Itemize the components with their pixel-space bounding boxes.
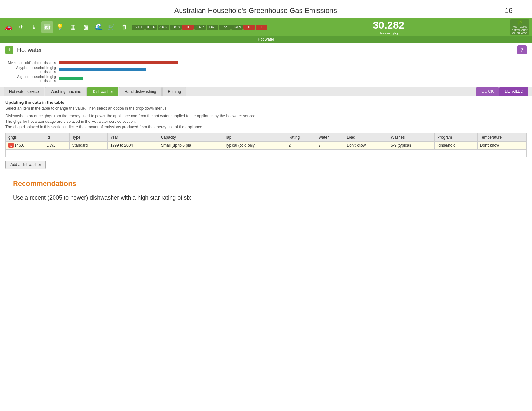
tab-detailed[interactable]: DETAILED (499, 87, 528, 96)
empty-row (6, 150, 527, 157)
emission-label-mine: My household's ghg emissions (5, 61, 59, 64)
num-11[interactable]: 0 (256, 25, 267, 30)
num-4[interactable]: 6.818 (170, 25, 182, 30)
grid2-icon[interactable]: ▩ (80, 21, 92, 33)
tab-hand-dishwashing[interactable]: Hand dishwashing (119, 87, 162, 96)
page-title: Australian Household's Greenhouse Gas Em… (19, 6, 492, 15)
ghg-value: 145.6 (15, 143, 24, 148)
table-header-row: ghgs Id Type Year Capacity Tap Rating Wa… (6, 133, 527, 142)
update-title: Updating the data in the table (5, 100, 527, 105)
update-desc: Select an item in the table to change th… (5, 106, 527, 111)
emission-bar-mine (59, 61, 178, 64)
tab-bathing[interactable]: Bathing (162, 87, 186, 96)
col-rating: Rating (286, 133, 316, 142)
info-text-1: Dishwashers produce ghgs from the energy… (5, 114, 527, 118)
recommendations-section: Recommendations Use a recent (2005 to ne… (0, 173, 532, 208)
emission-row-green: A green household's ghg emissions (5, 75, 527, 83)
tabs-bar: Hot water service Washing machine Dishwa… (0, 87, 532, 96)
delete-button[interactable]: x (8, 143, 14, 148)
hot-icon[interactable]: HOT (41, 21, 53, 33)
cell-water[interactable]: 2 (316, 142, 344, 150)
col-tap: Tap (222, 133, 286, 142)
tonnes-value: 30.282 (373, 19, 404, 31)
content-area: Updating the data in the table Select an… (0, 96, 532, 173)
col-id: Id (44, 133, 69, 142)
col-washes: Washes (388, 133, 435, 142)
recommendations-title: Recommendations (13, 180, 519, 188)
num-7[interactable]: 1.829 (207, 25, 218, 30)
cell-washes[interactable]: 5-9 (typical) (388, 142, 435, 150)
cell-id[interactable]: DW1 (44, 142, 69, 150)
hot-water-section: + Hot water ? My household's ghg emissio… (0, 43, 532, 173)
plane-icon[interactable]: ✈ (15, 21, 27, 33)
hot-water-title: Hot water (17, 47, 517, 54)
info-text-2: The ghgs for hot water usage are display… (5, 119, 527, 124)
cell-temperature[interactable]: Don't know (477, 142, 526, 150)
car-icon[interactable]: 🚗 (3, 21, 14, 33)
tab-quick[interactable]: QUICK (476, 87, 499, 96)
num-1[interactable]: 15.100 (132, 25, 145, 30)
col-load: Load (344, 133, 388, 142)
cell-load[interactable]: Don't know (344, 142, 388, 150)
cell-program[interactable]: Rinse/hold (434, 142, 477, 150)
hot-water-help-button[interactable]: ? (517, 45, 527, 54)
cell-tap[interactable]: Typical (cold only (222, 142, 286, 150)
tab-hot-water-service[interactable]: Hot water service (4, 87, 44, 96)
cell-year[interactable]: 1999 to 2004 (107, 142, 158, 150)
tab-dishwasher[interactable]: Dishwasher (87, 87, 119, 96)
col-water: Water (316, 133, 344, 142)
col-year: Year (107, 133, 158, 142)
hot-water-header: + Hot water ? (0, 43, 532, 57)
num-8[interactable]: 0.721 (219, 25, 231, 30)
emissions-section: My household's ghg emissions A typical h… (0, 57, 532, 87)
add-dishwasher-button[interactable]: Add a dishwasher (5, 161, 46, 169)
emission-bar-typical (59, 68, 146, 71)
cell-type[interactable]: Standard (69, 142, 107, 150)
toolbar-center: 30.282 Tonnes ghg (267, 19, 510, 35)
emission-row-mine: My household's ghg emissions (5, 61, 527, 64)
page-number: 16 (505, 6, 513, 15)
emission-label-typical: A typical household's ghg emissions (5, 66, 59, 73)
emission-bar-green (59, 77, 83, 80)
trash-icon[interactable]: 🗑 (119, 21, 130, 33)
svg-text:HOT: HOT (44, 26, 50, 29)
cell-capacity[interactable]: Small (up to 6 pla (158, 142, 222, 150)
num-9[interactable]: 0.409 (231, 25, 243, 30)
col-ghgs: ghgs (6, 133, 44, 142)
cell-ghgs: x 145.6 (6, 142, 44, 150)
data-table: ghgs Id Type Year Capacity Tap Rating Wa… (5, 133, 527, 157)
col-type: Type (69, 133, 107, 142)
toolbar: 🚗 ✈ 🌡 HOT 💡 ▦ ▩ 🌊 🛒 🗑 15.100 0.106 3.802… (0, 18, 532, 36)
col-program: Program (434, 133, 477, 142)
info-text-3: The ghgs displayed in this section indic… (5, 125, 527, 129)
hot-water-plus-button[interactable]: + (5, 46, 13, 54)
emission-row-typical: A typical household's ghg emissions (5, 66, 527, 73)
grid-icon[interactable]: ▦ (67, 21, 79, 33)
toolbar-label-bar: Hot water (0, 36, 532, 43)
num-6[interactable]: 1.497 (194, 25, 206, 30)
col-capacity: Capacity (158, 133, 222, 142)
lightbulb-icon[interactable]: 💡 (54, 21, 66, 33)
toolbar-icons: 🚗 ✈ 🌡 HOT 💡 ▦ ▩ 🌊 🛒 🗑 (3, 21, 130, 33)
water-icon[interactable]: 🌊 (93, 21, 104, 33)
recommendations-text: Use a recent (2005 to newer) dishwasher … (13, 194, 519, 201)
table-row: x 145.6 DW1 Standard 1999 to 2004 Small … (6, 142, 527, 150)
num-5[interactable]: 0 (182, 25, 194, 30)
tonnes-label: Tonnes ghg (379, 31, 398, 35)
cell-rating[interactable]: 2 (286, 142, 316, 150)
toolbar-logo: 🌿 AUSTRALIAN GREENHOUSE CALCULATOR (510, 19, 529, 35)
num-2[interactable]: 0.106 (145, 25, 157, 30)
num-10[interactable]: 0 (243, 25, 255, 30)
thermometer-icon[interactable]: 🌡 (28, 21, 40, 33)
emission-label-green: A green household's ghg emissions (5, 75, 59, 83)
tab-spacer (187, 87, 476, 96)
tab-washing-machine[interactable]: Washing machine (45, 87, 87, 96)
col-temperature: Temperature (477, 133, 526, 142)
page-header: Australian Household's Greenhouse Gas Em… (0, 0, 532, 18)
toolbar-numbers: 15.100 0.106 3.802 6.818 0 1.497 1.829 0… (132, 25, 267, 30)
num-3[interactable]: 3.802 (158, 25, 169, 30)
shopping-icon[interactable]: 🛒 (106, 21, 117, 33)
